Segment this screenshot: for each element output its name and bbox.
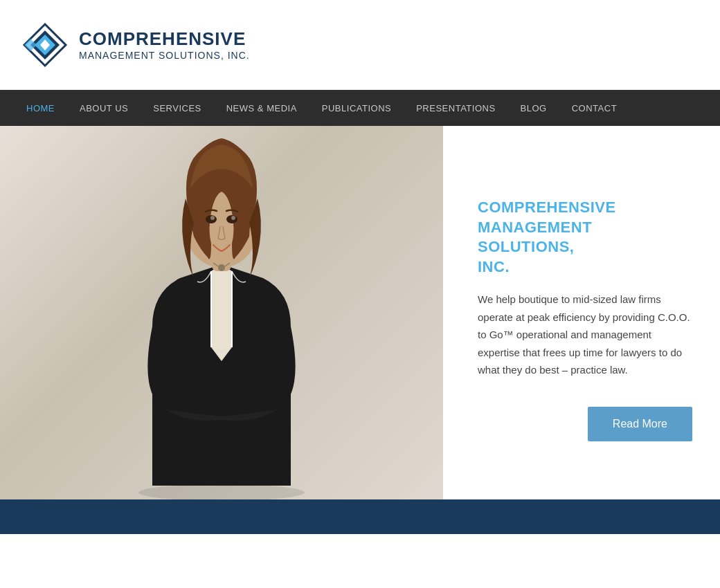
hero-person-illustration (83, 126, 360, 499)
nav-item-about[interactable]: ABOUT US (67, 90, 141, 126)
logo-company-name: COMPREHENSIVE (79, 28, 250, 50)
nav-item-blog[interactable]: BLOG (508, 90, 559, 126)
logo-company-subtitle: MANAGEMENT SOLUTIONS, INC. (79, 50, 250, 61)
hero-text-content: COMPREHENSIVE MANAGEMENT SOLUTIONS, INC.… (443, 126, 720, 499)
footer-bar (0, 499, 720, 534)
svg-point-10 (210, 216, 215, 220)
nav-item-services[interactable]: SERVICES (141, 90, 214, 126)
svg-point-11 (231, 216, 235, 220)
site-header: COMPREHENSIVE MANAGEMENT SOLUTIONS, INC. (0, 0, 720, 90)
logo-text: COMPREHENSIVE MANAGEMENT SOLUTIONS, INC. (79, 28, 250, 61)
svg-point-5 (138, 484, 305, 499)
logo[interactable]: COMPREHENSIVE MANAGEMENT SOLUTIONS, INC. (21, 21, 250, 69)
hero-company-title: COMPREHENSIVE MANAGEMENT SOLUTIONS, INC. (478, 198, 692, 277)
nav-item-presentations[interactable]: PRESENTATIONS (404, 90, 507, 126)
nav-item-publications[interactable]: PUBLICATIONS (309, 90, 404, 126)
nav-item-contact[interactable]: CONTACT (559, 90, 629, 126)
read-more-button[interactable]: Read More (588, 407, 692, 441)
nav-item-news[interactable]: NEWS & MEDIA (214, 90, 309, 126)
nav-item-home[interactable]: HOME (14, 90, 67, 126)
main-navigation: HOME ABOUT US SERVICES NEWS & MEDIA PUBL… (0, 90, 720, 126)
logo-icon (21, 21, 69, 69)
hero-section: COMPREHENSIVE MANAGEMENT SOLUTIONS, INC.… (0, 126, 720, 499)
hero-photo (0, 126, 443, 499)
bottom-area (0, 534, 720, 588)
hero-description-text: We help boutique to mid-sized law firms … (478, 291, 692, 379)
